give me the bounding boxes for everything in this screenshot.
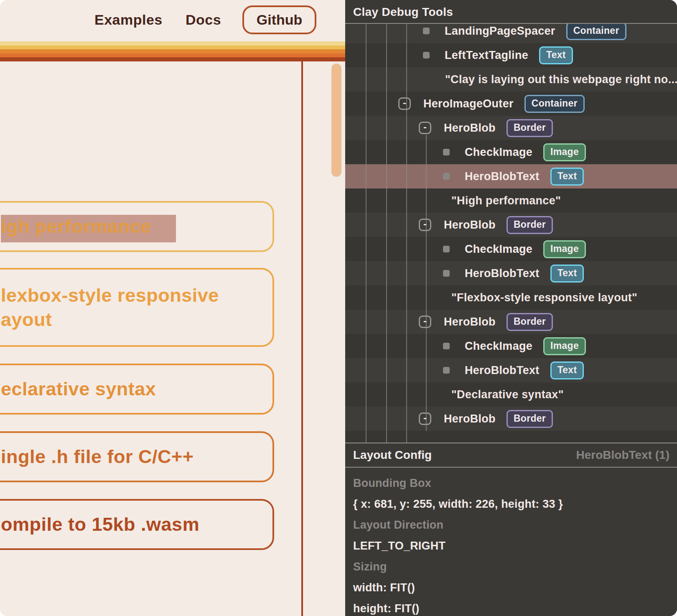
config-field-label: Sizing bbox=[353, 556, 669, 577]
config-field-label: Bounding Box bbox=[353, 473, 669, 494]
element-tree: LandingPageSpacerContainerLeftTextTaglin… bbox=[345, 24, 677, 443]
element-name: HeroBlobText bbox=[465, 267, 540, 280]
stripe-band-1 bbox=[0, 46, 345, 50]
stripe-band-2 bbox=[0, 49, 345, 53]
element-type-badge: Image bbox=[543, 143, 586, 161]
top-nav: Examples Docs Github bbox=[0, 0, 345, 41]
element-name: CheckImage bbox=[465, 146, 532, 159]
config-field-label: Layout Direction bbox=[353, 514, 669, 535]
collapse-icon[interactable]: - bbox=[419, 412, 431, 425]
element-type-badge: Container bbox=[524, 95, 585, 113]
feature-label: ompile to 15kb .wasm bbox=[0, 512, 199, 537]
leaf-bullet-icon bbox=[443, 343, 450, 349]
feature-label: igh performance bbox=[0, 214, 151, 239]
tree-row-text-content[interactable]: "Declarative syntax" bbox=[345, 382, 677, 407]
element-type-badge: Border bbox=[506, 410, 553, 428]
collapse-icon[interactable]: - bbox=[419, 219, 431, 231]
element-type-badge: Image bbox=[543, 337, 586, 355]
tree-row[interactable]: -HeroImageOuterContainer bbox=[345, 92, 677, 116]
tree-indent-guide-2 bbox=[406, 24, 407, 443]
tree-row[interactable]: -HeroBlobBorder bbox=[345, 116, 677, 140]
feature-box[interactable]: igh performance bbox=[0, 201, 274, 252]
tree-row[interactable]: -HeroBlobBorder bbox=[345, 407, 677, 431]
tree-row-text-content[interactable]: "High performance" bbox=[345, 188, 677, 213]
element-name: HeroBlob bbox=[444, 122, 496, 135]
feature-label: ingle .h file for C/C++ bbox=[0, 445, 194, 469]
feature-box[interactable]: ompile to 15kb .wasm bbox=[0, 499, 274, 550]
nav-link-examples[interactable]: Examples bbox=[94, 12, 163, 28]
tree-row[interactable]: HeroBlobTextText bbox=[345, 358, 677, 382]
collapse-icon[interactable]: - bbox=[419, 316, 431, 328]
feature-box[interactable]: lexbox-style responsive ayout bbox=[0, 268, 274, 347]
collapse-icon[interactable]: - bbox=[398, 97, 411, 110]
page-scrollbar[interactable] bbox=[331, 64, 341, 177]
element-type-badge: Text bbox=[550, 168, 584, 186]
tree-row-text-content[interactable]: "Clay is laying out this webpage right n… bbox=[345, 67, 677, 92]
element-name: HeroBlob bbox=[444, 219, 496, 232]
element-type-badge: Border bbox=[506, 216, 553, 234]
element-type-badge: Text bbox=[550, 361, 584, 379]
element-type-badge: Text bbox=[539, 46, 573, 64]
layout-config-body: Bounding Box{ x: 681, y: 255, width: 226… bbox=[345, 468, 677, 616]
debug-panel-header: Clay Debug Tools bbox=[345, 0, 677, 24]
tree-row[interactable]: -HeroBlobBorder bbox=[345, 213, 677, 237]
element-name: HeroBlobText bbox=[465, 170, 540, 183]
debug-panel-title: Clay Debug Tools bbox=[353, 0, 453, 24]
app-window: Examples Docs Github igh performancelexb… bbox=[0, 0, 677, 616]
vertical-divider bbox=[301, 61, 303, 616]
element-name: LandingPageSpacer bbox=[445, 25, 555, 38]
stripe-band-4 bbox=[0, 57, 345, 61]
element-text-preview: "Clay is laying out this webpage right n… bbox=[445, 73, 677, 86]
stripe-band-0 bbox=[0, 41, 345, 46]
layout-config-title: Layout Config bbox=[353, 448, 432, 462]
tree-row[interactable]: HeroBlobTextText bbox=[345, 164, 677, 188]
clay-webpage: Examples Docs Github igh performancelexb… bbox=[0, 0, 345, 616]
tree-row[interactable]: HeroBlobTextText bbox=[345, 261, 677, 285]
leaf-bullet-icon bbox=[443, 173, 450, 180]
element-text-preview: "Flexbox-style responsive layout" bbox=[451, 291, 637, 304]
tree-indent-guide-1 bbox=[386, 24, 387, 443]
element-name: LeftTextTagline bbox=[445, 49, 528, 62]
tree-row[interactable]: CheckImageImage bbox=[345, 334, 677, 358]
selected-element-label: HeroBlobText (1) bbox=[576, 448, 670, 462]
element-text-preview: "High performance" bbox=[451, 194, 561, 207]
leaf-bullet-icon bbox=[423, 52, 430, 59]
leaf-bullet-icon bbox=[443, 270, 450, 277]
layout-config-section: Layout Config HeroBlobText (1) Bounding … bbox=[345, 443, 677, 616]
element-name: HeroBlob bbox=[444, 316, 496, 328]
element-name: CheckImage bbox=[465, 243, 532, 256]
stripe-band-3 bbox=[0, 53, 345, 58]
nav-link-docs[interactable]: Docs bbox=[186, 12, 221, 28]
clay-debug-panel: LandingPageSpacerContainerLeftTextTaglin… bbox=[345, 0, 677, 616]
leaf-bullet-icon bbox=[443, 246, 450, 252]
tree-indent-guide-0 bbox=[366, 24, 366, 443]
element-type-badge: Border bbox=[506, 313, 553, 331]
tree-indent-guide-3 bbox=[426, 135, 427, 431]
tree-row[interactable]: LandingPageSpacerContainer bbox=[345, 24, 677, 43]
element-text-preview: "Declarative syntax" bbox=[451, 388, 564, 401]
element-type-badge: Text bbox=[550, 265, 584, 283]
config-field-value: { x: 681, y: 255, width: 226, height: 33… bbox=[353, 494, 669, 514]
element-name: HeroBlob bbox=[444, 412, 496, 425]
feature-label: eclarative syntax bbox=[0, 377, 156, 401]
layout-config-titlebar: Layout Config HeroBlobText (1) bbox=[345, 443, 677, 468]
collapse-icon[interactable]: - bbox=[419, 122, 431, 134]
feature-box[interactable]: eclarative syntax bbox=[0, 364, 274, 415]
element-name: CheckImage bbox=[465, 340, 532, 353]
feature-label: lexbox-style responsive ayout bbox=[0, 283, 244, 332]
tree-row[interactable]: CheckImageImage bbox=[345, 140, 677, 164]
config-field-value: LEFT_TO_RIGHT bbox=[353, 535, 669, 556]
tree-row[interactable]: CheckImageImage bbox=[345, 237, 677, 261]
element-type-badge: Border bbox=[506, 119, 553, 137]
config-field-value: height: FIT() bbox=[353, 598, 669, 616]
tree-row-text-content[interactable]: "Flexbox-style responsive layout" bbox=[345, 285, 677, 310]
leaf-bullet-icon bbox=[423, 28, 430, 34]
element-name: HeroImageOuter bbox=[423, 97, 514, 110]
tree-row[interactable]: -HeroBlobBorder bbox=[345, 310, 677, 334]
github-button[interactable]: Github bbox=[242, 5, 316, 34]
feature-box[interactable]: ingle .h file for C/C++ bbox=[0, 431, 274, 482]
rainbow-stripe bbox=[0, 41, 345, 61]
element-name: HeroBlobText bbox=[465, 364, 540, 377]
tree-row[interactable]: LeftTextTaglineText bbox=[345, 43, 677, 67]
element-type-badge: Container bbox=[566, 24, 626, 40]
